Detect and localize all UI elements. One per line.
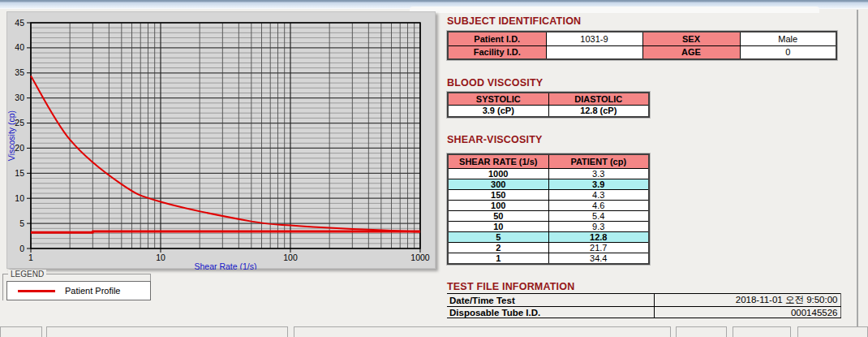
shear-viscosity-title: SHEAR-VISCOSITY <box>447 134 543 145</box>
table-cell: PATIENT (cp) <box>548 154 649 168</box>
table-row: 3003.9 <box>448 179 649 189</box>
table-cell: 1031-9 <box>546 32 642 45</box>
table-cell: 300 <box>448 179 548 189</box>
table-cell: Date/Time Test <box>447 294 654 307</box>
status-bar-panel-5 <box>733 326 791 337</box>
table-cell: 12.8 <box>548 231 649 242</box>
table-cell: 4.3 <box>548 189 649 200</box>
svg-text:35: 35 <box>15 67 24 77</box>
status-bar-panel-2 <box>46 326 288 337</box>
legend-group-label: LEGEND <box>8 270 46 279</box>
table-row: SHEAR RATE (1/s)PATIENT (cp) <box>448 154 649 168</box>
subject-identification-title: SUBJECT IDENTIFICATION <box>447 15 581 27</box>
table-row: Date/Time Test2018-11-01 오전 9:50:00 <box>447 294 840 307</box>
table-cell: 0 <box>740 45 836 59</box>
test-file-information-title: TEST FILE INFORMATION <box>447 281 574 292</box>
x-axis-label: Shear Rate (1/s) <box>194 261 256 270</box>
viscosity-chart: 0510152025303540451101001000Viscosity (c… <box>7 12 436 270</box>
table-cell: 3.9 <box>548 179 649 189</box>
table-cell: 9.3 <box>548 221 649 231</box>
table-row: Facility I.D.AGE0 <box>448 45 836 59</box>
svg-text:0: 0 <box>19 244 24 253</box>
table-cell: SEX <box>642 32 740 45</box>
svg-text:1: 1 <box>28 253 33 262</box>
svg-text:5: 5 <box>19 218 24 228</box>
table-cell: 100 <box>448 200 548 210</box>
table-cell: 21.7 <box>548 242 649 253</box>
toolbar-highlight <box>410 6 819 13</box>
test-file-information-table: Date/Time Test2018-11-01 오전 9:50:00Dispo… <box>447 293 841 318</box>
table-cell: DIASTOLIC <box>548 93 649 105</box>
svg-text:30: 30 <box>15 93 24 102</box>
blood-viscosity-title: BLOOD VISCOSITY <box>447 77 543 89</box>
table-row: 505.4 <box>448 210 649 221</box>
status-bar-panel-4 <box>676 326 727 337</box>
table-cell: 2 <box>448 242 548 253</box>
table-row: 1004.6 <box>448 200 649 210</box>
table-row: 221.7 <box>448 242 649 253</box>
table-cell <box>546 45 642 59</box>
table-row: 3.9 (cP)12.8 (cP) <box>448 105 649 117</box>
table-cell: 50 <box>448 210 548 221</box>
subject-identification-table: Patient I.D.1031-9SEXMaleFacility I.D.AG… <box>447 31 837 60</box>
table-row: 109.3 <box>448 221 649 231</box>
table-cell: SHEAR RATE (1/s) <box>448 154 548 168</box>
table-cell: 2018-11-01 오전 9:50:00 <box>654 294 840 307</box>
table-row: 1504.3 <box>448 189 649 200</box>
svg-text:1000: 1000 <box>410 253 430 262</box>
svg-text:15: 15 <box>15 168 24 178</box>
legend-groupbox: LEGEND Patient Profile <box>2 274 151 300</box>
table-row: 134.4 <box>448 253 649 264</box>
blood-viscosity-table: SYSTOLICDIASTOLIC3.9 (cP)12.8 (cP) <box>447 92 650 118</box>
table-row: Patient I.D.1031-9SEXMale <box>448 32 836 45</box>
table-cell: 5 <box>448 231 548 242</box>
table-row: 10003.3 <box>448 168 649 179</box>
table-row: 512.8 <box>448 231 649 242</box>
table-cell: 10 <box>448 221 548 231</box>
table-cell: 3.9 (cP) <box>448 105 548 117</box>
table-cell: 12.8 (cP) <box>548 105 649 117</box>
table-row: SYSTOLICDIASTOLIC <box>448 93 649 105</box>
svg-text:45: 45 <box>15 18 24 28</box>
table-cell: 1000 <box>448 168 548 179</box>
svg-text:10: 10 <box>15 193 24 203</box>
panel-right-border <box>857 10 858 326</box>
table-cell: 3.3 <box>548 168 649 179</box>
table-cell: Male <box>740 32 836 45</box>
table-cell: SYSTOLIC <box>448 93 548 105</box>
legend-entry: Patient Profile <box>6 281 151 300</box>
series-high-shear-baseline <box>31 231 420 232</box>
table-cell: 150 <box>448 189 548 200</box>
table-cell: 1 <box>448 253 548 264</box>
viscosity-chart-panel: 0510152025303540451101001000Viscosity (c… <box>6 11 436 269</box>
table-cell: 5.4 <box>548 210 649 221</box>
table-cell: 4.6 <box>548 200 649 210</box>
patient-profile-line-icon <box>18 290 55 292</box>
table-cell: Patient I.D. <box>448 32 546 45</box>
svg-text:25: 25 <box>15 118 24 127</box>
status-bar-panel-1 <box>0 326 42 337</box>
svg-text:20: 20 <box>15 143 24 153</box>
table-row: Disposable Tube I.D.000145526 <box>447 307 840 318</box>
status-bar-panel-6 <box>797 326 868 337</box>
status-bar-panel-3 <box>294 326 671 337</box>
svg-text:10: 10 <box>156 253 165 262</box>
table-cell: AGE <box>642 45 740 59</box>
table-cell: 34.4 <box>548 253 649 264</box>
svg-text:40: 40 <box>15 42 24 52</box>
shear-viscosity-table: SHEAR RATE (1/s)PATIENT (cp)10003.33003.… <box>447 153 650 265</box>
table-cell: Disposable Tube I.D. <box>447 307 654 318</box>
table-cell: 000145526 <box>654 307 840 318</box>
y-axis-label: Viscosity (cp) <box>7 110 16 161</box>
svg-text:100: 100 <box>283 253 298 262</box>
legend-series-label: Patient Profile <box>65 286 120 296</box>
table-cell: Facility I.D. <box>448 45 546 59</box>
